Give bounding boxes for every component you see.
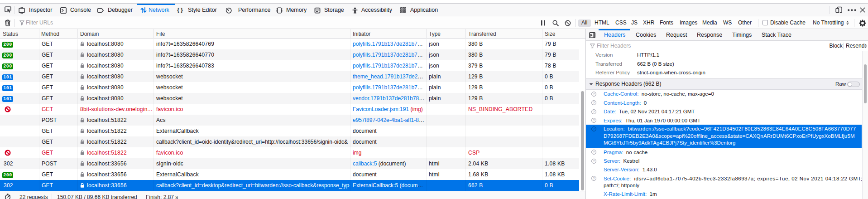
svg-text:?: ?	[593, 160, 595, 163]
svg-text:?: ?	[593, 177, 595, 180]
svg-text:?: ?	[593, 110, 595, 113]
svg-text:?: ?	[593, 119, 595, 122]
svg-text:?: ?	[593, 101, 595, 104]
svg-text:?: ?	[593, 127, 595, 131]
svg-text:?: ?	[593, 92, 595, 96]
svg-text:?: ?	[593, 150, 595, 154]
